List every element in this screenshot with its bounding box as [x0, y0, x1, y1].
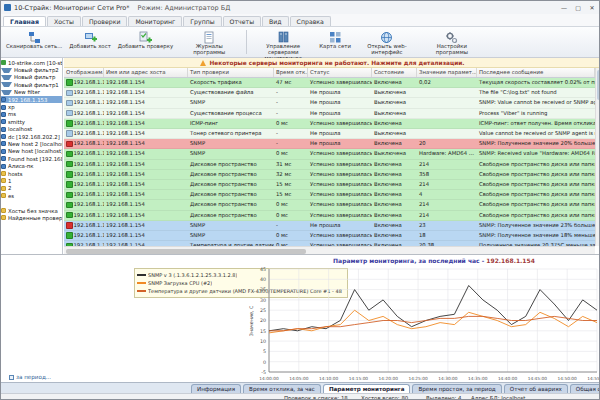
svg-text:14:35:00: 14:35:00	[468, 376, 488, 381]
toolbar-button-label: Журналы программы	[180, 43, 238, 55]
window-mode: Режим: Администратор БД	[138, 4, 231, 12]
period-selector[interactable]: за период...	[9, 374, 51, 380]
check-display-cell: 192.168.1.154	[64, 119, 104, 128]
column-header[interactable]: Значение парамет...	[417, 68, 477, 77]
table-row[interactable]: 192.168.1.154192.168.1.154Дисковое прост…	[64, 180, 595, 190]
tree-item[interactable]: Новый фильтр1	[1, 81, 62, 88]
tree-item[interactable]: New filter	[1, 89, 62, 96]
column-header[interactable]: Статус	[308, 68, 372, 77]
tree-item[interactable]: 192.168.1.153	[1, 96, 62, 103]
column-header[interactable]: Тип проверки	[188, 68, 274, 77]
column-header[interactable]: Время отк...	[274, 68, 308, 77]
bottom-tab[interactable]: Отчет об авариях	[504, 384, 568, 393]
table-cell: 192.168.1.154	[104, 221, 188, 230]
menu-tab-отчеты[interactable]: Отчеты	[223, 16, 261, 26]
svg-text:14:40:00: 14:40:00	[498, 376, 518, 381]
table-row[interactable]: 192.168.1.154192.168.1.154Скорость трафи…	[64, 78, 595, 88]
toolbar-button-settings[interactable]: Настройки программы	[420, 28, 484, 56]
table-row[interactable]: 192.168.1.154192.168.1.154Существование …	[64, 109, 595, 119]
tree-item[interactable]: Хосты без значка	[1, 207, 62, 214]
toolbar-button-add-check[interactable]: Добавить проверку	[115, 28, 176, 56]
bottom-tab[interactable]: Время простоя, за период	[412, 384, 501, 393]
column-header[interactable]: Имя или адрес хоста	[104, 68, 188, 77]
tree-item[interactable]: New host [localhost]	[1, 148, 62, 155]
toolbar-button-globe[interactable]: Открыть web-интерфейс	[355, 28, 419, 56]
tree-item[interactable]: 10-strike.com [10-strike.com*]	[1, 59, 62, 66]
table-horizontal-scrollbar[interactable]	[64, 246, 595, 254]
tree-item[interactable]: Found host [192.168.1.153]	[1, 155, 62, 162]
period-checkbox[interactable]	[9, 375, 14, 380]
table-row[interactable]: 192.168.1.154192.168.1.154Дисковое прост…	[64, 190, 595, 200]
toolbar-button-add-host[interactable]: Добавить хост	[66, 28, 113, 56]
add-check-icon	[139, 29, 152, 42]
tree-item[interactable]: 1	[1, 177, 62, 184]
column-header[interactable]: Отображаем...	[64, 68, 104, 77]
bottom-tab[interactable]: Время отклика, за час	[243, 384, 321, 393]
table-cell: SNMP: Полученное значение 23% больше зад…	[477, 221, 595, 230]
table-row[interactable]: 192.168.1.154192.168.1.154SNMP-Не прошла…	[64, 98, 595, 108]
menu-tab-группы[interactable]: Группы	[183, 16, 221, 26]
table-row[interactable]: 192.168.1.154192.168.1.154Дисковое прост…	[64, 160, 595, 170]
toolbar-button-network-scan[interactable]: Сканировать сеть...	[3, 28, 65, 56]
table-row[interactable]: 192.168.1.154192.168.1.154Тонер сетевого…	[64, 129, 595, 139]
table-row[interactable]: 192.168.1.154192.168.1.154SNMP0 мсУспешн…	[64, 231, 595, 241]
check-status-led-icon	[66, 110, 73, 117]
close-button[interactable]: ✕	[585, 2, 599, 13]
table-row[interactable]: 192.168.1.154192.168.1.154Дисковое прост…	[64, 200, 595, 210]
tree-item[interactable]: xp	[1, 103, 62, 110]
tree-item[interactable]: Найденные проверки	[1, 214, 62, 221]
toolbar-button-servers[interactable]: Управление серверами мониторинга	[251, 28, 315, 56]
table-cell: Дисковое пространство	[188, 160, 274, 169]
bottom-tab[interactable]: Информация	[191, 384, 241, 393]
menu-tab-главная[interactable]: Главная	[3, 16, 46, 26]
window-title: 10-Страйк: Мониторинг Сети Pro*	[14, 4, 130, 12]
menu-tab-мониторинг[interactable]: Мониторинг	[128, 16, 182, 26]
period-label: за период...	[16, 374, 51, 380]
check-status-led-icon	[66, 79, 73, 86]
servers-icon	[277, 29, 290, 42]
bottom-tab[interactable]: Общая статистика	[570, 384, 600, 393]
column-header[interactable]: Последнее сообщение	[477, 68, 595, 77]
tree-item[interactable]: Новый фильтр	[1, 74, 62, 81]
table-row[interactable]: 192.168.1.154192.168.1.154ICMP-пинг0 мсУ…	[64, 119, 595, 129]
table-row[interactable]: 192.168.1.154192.168.1.154SNMP-Не прошла…	[64, 221, 595, 231]
tree-item[interactable]: Алиса-пк	[1, 162, 62, 169]
filter-icon	[1, 90, 12, 95]
status-bar: Проверок в списке: 18 Хостов всего: 80 В…	[1, 393, 599, 400]
tree-item-label: Найденные проверки	[8, 215, 62, 221]
monitoring-alert-banner[interactable]: Некоторые серверы мониторинга не работаю…	[64, 58, 600, 68]
toolbar-button-logs[interactable]: ▾Журналы программы	[177, 28, 241, 56]
title-bar: 10-Страйк: Мониторинг Сети Pro* Режим: А…	[1, 1, 599, 15]
table-row[interactable]: 192.168.1.154192.168.1.154SNMP0 мсУспешн…	[64, 149, 595, 159]
table-row[interactable]: 192.168.1.154192.168.1.154SNMP-Не прошла…	[64, 139, 595, 149]
tree-item[interactable]: hosts	[1, 170, 62, 177]
menu-tab-хосты[interactable]: Хосты	[47, 16, 81, 26]
table-row[interactable]: 192.168.1.154192.168.1.154Дисковое прост…	[64, 170, 595, 180]
toolbar-button-label: Карта сети	[319, 43, 351, 49]
table-cell: Выключена	[372, 98, 417, 107]
tree-item[interactable]: localhost	[1, 126, 62, 133]
maximize-button[interactable]: ▢	[571, 2, 585, 13]
menu-tab-вид[interactable]: Вид	[262, 16, 289, 26]
tree-item[interactable]: es	[1, 192, 62, 199]
table-row[interactable]: 192.168.1.154192.168.1.154Существование …	[64, 88, 595, 98]
tree-item[interactable]: New host 2 [localhost]	[1, 140, 62, 147]
tree-item[interactable]: 2	[1, 185, 62, 192]
table-cell: Включена	[372, 170, 417, 179]
menu-tab-справка[interactable]: Справка	[290, 16, 331, 26]
scrollbar-thumb[interactable]	[66, 249, 306, 254]
column-header[interactable]: Состояние	[372, 68, 417, 77]
svg-text:14:15:00: 14:15:00	[349, 376, 369, 381]
minimize-button[interactable]: —	[557, 2, 571, 13]
bottom-tab[interactable]: Параметр мониторинга	[323, 384, 411, 393]
chart-panel: Параметр мониторинга, за последний час -…	[1, 254, 600, 382]
table-vertical-scrollbar[interactable]	[595, 68, 600, 246]
tree-item[interactable]: Новый фильтр2	[1, 66, 62, 73]
tree-item[interactable]: dc [192.168.202.2]	[1, 133, 62, 140]
toolbar-button-label: Настройки программы	[423, 43, 481, 55]
tree-item[interactable]: smitty	[1, 118, 62, 125]
toolbar-button-map[interactable]: Карта сети	[316, 28, 354, 56]
menu-tab-проверки[interactable]: Проверки	[82, 16, 128, 26]
table-row[interactable]: 192.168.1.154192.168.1.154Дисковое прост…	[64, 211, 595, 221]
tree-item[interactable]: ms	[1, 111, 62, 118]
